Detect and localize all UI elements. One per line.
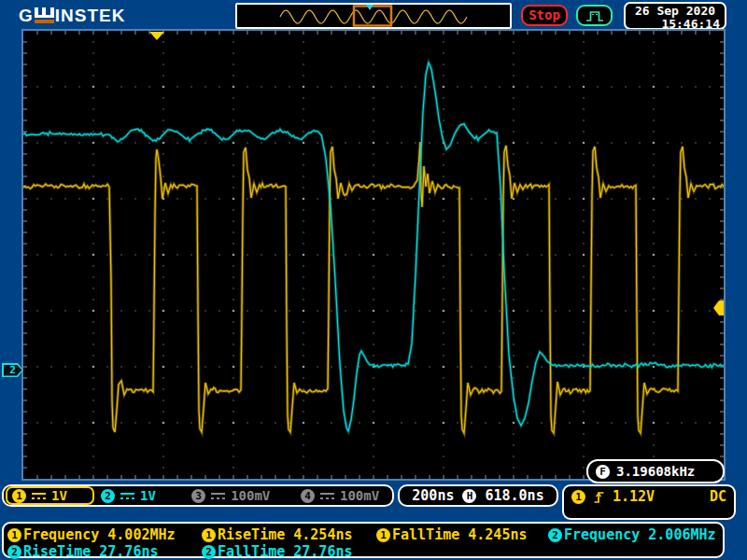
dc-coupling-icon (320, 493, 334, 499)
measurement-source-badge: 1 (202, 528, 216, 542)
ch2-trace-glow (23, 63, 724, 431)
channel-4-status[interactable]: 4 100mV (294, 486, 390, 505)
measurement-source-badge: 1 (376, 528, 390, 542)
measurement-text: FallTime 4.245ns (392, 526, 528, 543)
acquisition-preview-bar[interactable] (235, 3, 512, 29)
measurement-text: Frequency 4.002MHz (23, 526, 176, 543)
gwinstek-logo: GINSTEK (19, 6, 125, 26)
channel-3-scale: 100mV (231, 488, 270, 503)
freq-counter-icon: F (596, 465, 610, 479)
channel-1-badge: 1 (12, 489, 26, 503)
dc-coupling-icon (32, 493, 46, 499)
channel-4-scale: 100mV (340, 488, 379, 503)
logo-w-icon (35, 7, 54, 25)
freq-counter-value: 3.19608kHz (616, 464, 695, 479)
waveform-display (23, 31, 724, 479)
channel-1-status[interactable]: 1 1V (6, 486, 94, 505)
logo-rest: INSTEK (55, 6, 126, 26)
trigger-status[interactable]: 1 1.12V DC (562, 484, 736, 520)
dc-coupling-icon (120, 493, 134, 499)
channel-2-badge: 2 (101, 489, 115, 503)
timebase-position: 618.0ns (485, 487, 543, 504)
measurement-ch2-risetime: 2RiseTime 27.76ns (7, 543, 159, 560)
measurement-source-badge: 2 (202, 545, 216, 559)
trigger-source-badge: 1 (571, 490, 585, 504)
measurement-source-badge: 2 (7, 545, 21, 559)
measurement-ch2-falltime: 2FallTime 27.76ns (202, 543, 353, 560)
measurement-ch2-frequency: 2Frequency 2.006MHz (548, 526, 716, 543)
timebase-scale: 200ns (412, 487, 454, 504)
timebase-status[interactable]: 200ns H 618.0ns (398, 484, 558, 507)
ch2-marker-label: 2 (4, 365, 22, 376)
channel-2-status[interactable]: 2 1V (94, 486, 185, 505)
trigger-position-marker (149, 32, 164, 40)
rising-edge-icon (593, 489, 605, 505)
oscilloscope-screen: GINSTEK Stop 26 Sep 2020 15:46:14 (0, 0, 747, 560)
measurement-panel: 1Frequency 4.002MHz1RiseTime 4.254ns1Fal… (2, 522, 725, 558)
channel-3-badge: 3 (191, 489, 205, 503)
ch2-trace (23, 63, 724, 431)
measurement-source-badge: 1 (7, 528, 21, 542)
logo-g: G (19, 6, 34, 26)
preview-waveform-icon (237, 5, 510, 27)
measurement-text: FallTime 27.76ns (218, 543, 353, 560)
stop-label: Stop (529, 7, 560, 22)
trigger-level-value: 1.12V (613, 488, 655, 505)
measurement-ch1-frequency: 1Frequency 4.002MHz (7, 526, 176, 543)
dc-coupling-icon (211, 493, 225, 499)
date-text: 26 Sep 2020 (630, 5, 720, 18)
measurement-source-badge: 2 (548, 528, 562, 542)
trigger-coupling: DC (710, 488, 726, 505)
preview-sine-wave (280, 10, 467, 23)
measurement-ch1-risetime: 1RiseTime 4.254ns (202, 526, 353, 543)
graticule (21, 29, 726, 481)
datetime-display: 26 Sep 2020 15:46:14 (624, 2, 726, 30)
channel-3-status[interactable]: 3 100mV (185, 486, 294, 505)
ch2-ground-marker[interactable]: 2 (2, 363, 23, 377)
pulse-icon (585, 8, 605, 23)
channel-1-scale: 1V (51, 488, 67, 503)
acquisition-window[interactable] (354, 7, 391, 26)
channel-2-scale: 1V (140, 488, 156, 503)
preview-cursor-icon (366, 5, 374, 10)
measurement-text: RiseTime 27.76ns (23, 543, 159, 560)
stop-status-button[interactable]: Stop (521, 5, 568, 26)
trigger-mode-button[interactable] (576, 5, 613, 26)
trigger-level-marker (713, 301, 724, 315)
measurement-text: Frequency 2.006MHz (564, 526, 716, 543)
channel-4-badge: 4 (301, 489, 315, 503)
frequency-counter: F 3.19608kHz (586, 459, 725, 483)
horizontal-icon: H (462, 489, 476, 503)
measurement-text: RiseTime 4.254ns (218, 526, 353, 543)
channel-status-bar: 1 1V2 1V3 100mV4 100mV (2, 484, 394, 507)
measurement-ch1-falltime: 1FallTime 4.245ns (376, 526, 528, 543)
